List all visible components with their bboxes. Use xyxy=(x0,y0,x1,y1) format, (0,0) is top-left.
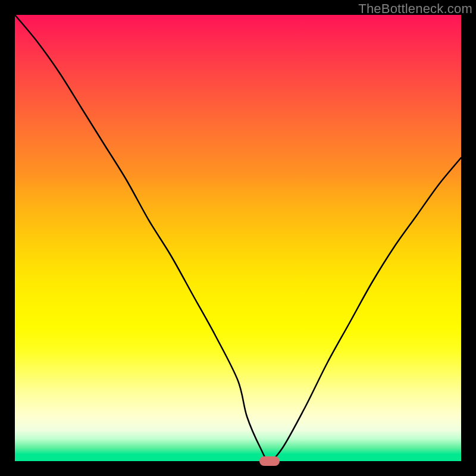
watermark-label: TheBottleneck.com xyxy=(358,1,472,17)
bottleneck-curve xyxy=(15,15,461,461)
plot-area xyxy=(15,15,461,461)
chart-frame: TheBottleneck.com xyxy=(0,0,476,476)
minimum-marker xyxy=(259,456,280,466)
